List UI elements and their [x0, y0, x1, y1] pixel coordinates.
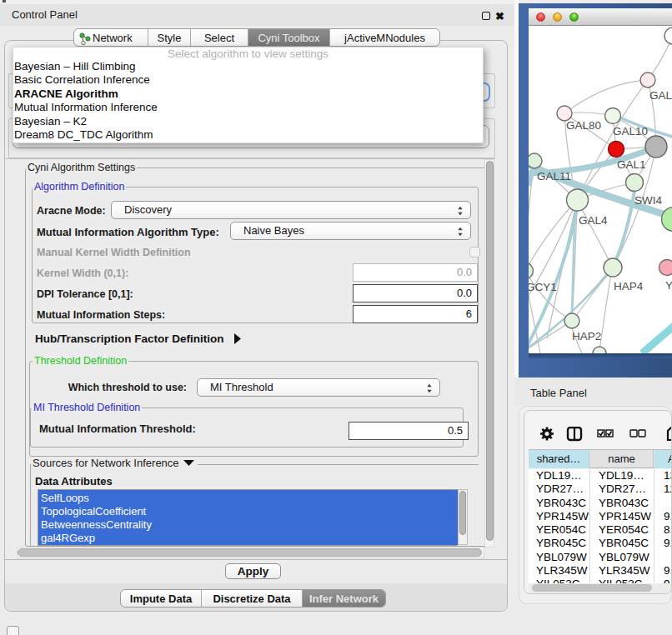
svg-text:GAL11: GAL11 — [537, 170, 571, 182]
svg-text:GAL: GAL — [649, 89, 672, 102]
svg-text:GAL4: GAL4 — [579, 214, 608, 227]
svg-text:GAL10: GAL10 — [613, 125, 648, 138]
svg-text:HAP4: HAP4 — [614, 280, 644, 292]
svg-text:GAL1: GAL1 — [617, 158, 646, 171]
svg-text:GCY1: GCY1 — [529, 281, 557, 293]
svg-text:Y: Y — [665, 279, 672, 292]
svg-text:HAP2: HAP2 — [572, 330, 601, 342]
svg-text:GAL80: GAL80 — [566, 119, 601, 132]
svg-text:SWI4: SWI4 — [634, 194, 662, 207]
